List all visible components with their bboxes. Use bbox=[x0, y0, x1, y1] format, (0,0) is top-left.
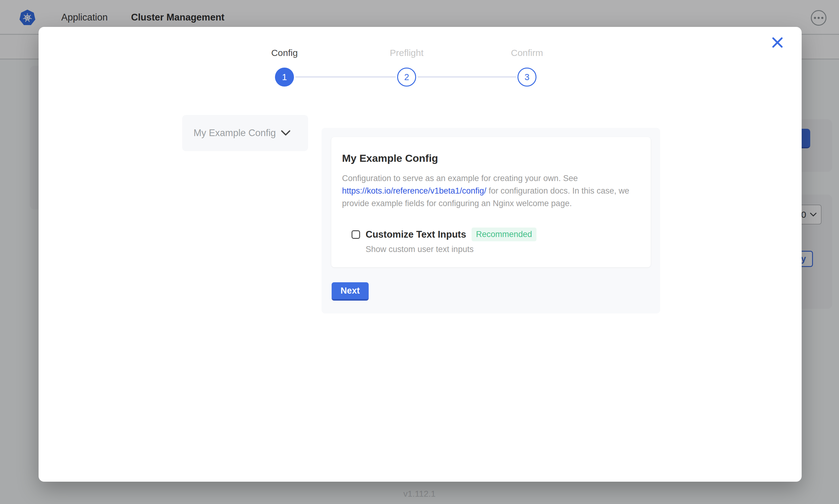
step-circle-preflight: 2 bbox=[397, 68, 416, 87]
recommended-badge: Recommended bbox=[472, 228, 536, 241]
config-group-selector-label: My Example Config bbox=[193, 128, 276, 139]
next-button[interactable]: Next bbox=[331, 282, 369, 301]
config-group-selector[interactable]: My Example Config bbox=[182, 115, 308, 151]
description-text: Configuration to serve as an example for… bbox=[342, 174, 578, 183]
close-button[interactable] bbox=[770, 35, 785, 50]
config-panel: My Example Config Configuration to serve… bbox=[322, 128, 660, 313]
config-option-help-text: Show custom user text inputs bbox=[365, 245, 474, 254]
step-connector bbox=[295, 76, 396, 78]
step-label-preflight: Preflight bbox=[373, 48, 440, 58]
config-option-row: Customize Text Inputs Recommended bbox=[352, 228, 536, 241]
config-group-card: My Example Config Configuration to serve… bbox=[331, 137, 651, 267]
config-group-description: Configuration to serve as an example for… bbox=[342, 172, 651, 210]
config-wizard-modal: Config Preflight Confirm 1 2 3 My Exampl… bbox=[38, 27, 802, 482]
step-label-config: Config bbox=[251, 48, 318, 58]
step-connector bbox=[417, 76, 516, 78]
config-docs-link[interactable]: https://kots.io/reference/v1beta1/config… bbox=[342, 186, 486, 195]
config-group-title: My Example Config bbox=[342, 152, 438, 164]
config-option-label: Customize Text Inputs bbox=[365, 229, 466, 240]
step-circle-config: 1 bbox=[275, 68, 294, 87]
customize-text-inputs-checkbox[interactable] bbox=[352, 230, 360, 239]
step-circle-confirm: 3 bbox=[517, 68, 536, 87]
chevron-down-icon bbox=[281, 130, 291, 136]
step-label-confirm: Confirm bbox=[493, 48, 561, 58]
close-icon bbox=[772, 37, 783, 48]
